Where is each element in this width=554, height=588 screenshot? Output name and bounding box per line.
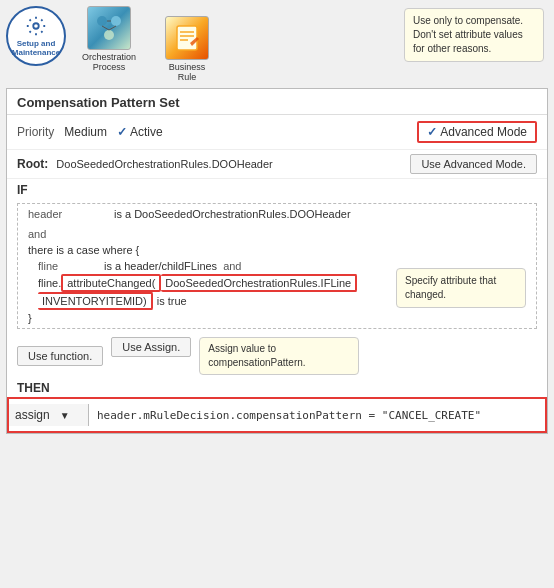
fline-changed-type: DooSeededOrchestrationRules.IFLine — [161, 274, 357, 292]
business-rule-icon[interactable]: Business Rule — [152, 16, 222, 82]
root-row: Root: DooSeededOrchestrationRules.DOOHea… — [7, 150, 547, 179]
fline-row: fline is a header/childFLines and — [28, 258, 388, 274]
if-section: IF — [7, 179, 547, 199]
panel-title: Compensation Pattern Set — [7, 89, 547, 115]
fline-and: and — [223, 260, 241, 272]
svg-point-3 — [104, 30, 114, 40]
toolbar-tooltip: Use only to compensate. Don't set attrib… — [404, 8, 544, 62]
rule-body: header is a DooSeededOrchestrationRules.… — [17, 203, 537, 329]
is-true-text: is true — [157, 295, 187, 307]
priority-value: Medium — [64, 125, 107, 139]
svg-rect-7 — [177, 26, 197, 50]
priority-label: Priority — [17, 125, 54, 139]
header-rule-line: header is a DooSeededOrchestrationRules.… — [28, 206, 526, 222]
svg-line-6 — [109, 26, 116, 30]
business-rule-icon-img — [165, 16, 209, 60]
and-text: and — [28, 226, 526, 242]
fline-changed-value: INVENTORYITEMID) — [38, 292, 153, 310]
use-function-button[interactable]: Use function. — [17, 346, 103, 366]
fline-block: fline is a header/childFLines and fline.… — [28, 258, 388, 310]
fline-keyword: fline — [38, 260, 98, 272]
btn-row: Use function. Use Assign. Assign value t… — [7, 333, 547, 379]
there-is-text: there is a case where { — [28, 244, 139, 256]
advanced-checkmark: ✓ — [427, 125, 437, 139]
fline-tooltip-row: fline is a header/childFLines and fline.… — [28, 258, 526, 310]
active-checkmark: ✓ — [117, 125, 127, 139]
assign-bar: assign ▼ header.mRuleDecision.compensati… — [7, 397, 547, 433]
active-label: Active — [130, 125, 163, 139]
use-assign-button[interactable]: Use Assign. — [111, 337, 191, 357]
dropdown-arrow: ▼ — [60, 410, 70, 421]
main-panel: Compensation Pattern Set Priority Medium… — [6, 88, 548, 434]
svg-point-1 — [97, 16, 107, 26]
changed-row: fline. attributeChanged( DooSeededOrches… — [28, 274, 388, 310]
svg-point-0 — [33, 23, 39, 29]
header-keyword: header — [28, 208, 108, 220]
root-label: Root: — [17, 157, 48, 171]
assign-btn-tooltip-row: Use Assign. Assign value to compensation… — [111, 337, 359, 375]
active-check: ✓ Active — [117, 125, 163, 139]
case-line: there is a case where { — [28, 242, 526, 258]
then-label: THEN — [17, 381, 50, 395]
priority-row: Priority Medium ✓ Active ✓ Advanced Mode — [7, 115, 547, 150]
specify-tooltip: Specify attribute that changed. — [396, 268, 526, 308]
assign-dropdown-button[interactable]: ▼ — [56, 406, 74, 425]
fline-changed-attr: attributeChanged( — [61, 274, 161, 292]
orchestration-process-icon[interactable]: Orchestration Process — [74, 6, 144, 72]
toolbar: Setup and Maintenance Orchestration Proc… — [6, 6, 548, 82]
outer-container: Setup and Maintenance Orchestration Proc… — [0, 0, 554, 440]
header-value: is a DooSeededOrchestrationRules.DOOHead… — [114, 208, 351, 220]
fline-value: is a header/childFLines — [104, 260, 217, 272]
assign-value: header.mRuleDecision.compensationPattern… — [89, 405, 489, 426]
orchestration-icon-img — [87, 6, 131, 50]
assign-word: assign — [9, 404, 56, 426]
advanced-mode-label: Advanced Mode — [440, 125, 527, 139]
svg-point-2 — [111, 16, 121, 26]
assign-left: assign ▼ — [9, 404, 89, 426]
svg-line-5 — [102, 26, 109, 30]
root-value: DooSeededOrchestrationRules.DOOHeader — [56, 158, 272, 170]
close-brace: } — [28, 310, 526, 326]
assign-tooltip: Assign value to compensationPattern. — [199, 337, 359, 375]
if-label: IF — [17, 183, 28, 197]
advanced-mode-box: ✓ Advanced Mode — [417, 121, 537, 143]
setup-maintenance-icon[interactable]: Setup and Maintenance — [6, 6, 66, 66]
use-advanced-mode-button[interactable]: Use Advanced Mode. — [410, 154, 537, 174]
then-section: THEN — [7, 379, 547, 397]
fline-prefix: fline. — [38, 277, 61, 289]
